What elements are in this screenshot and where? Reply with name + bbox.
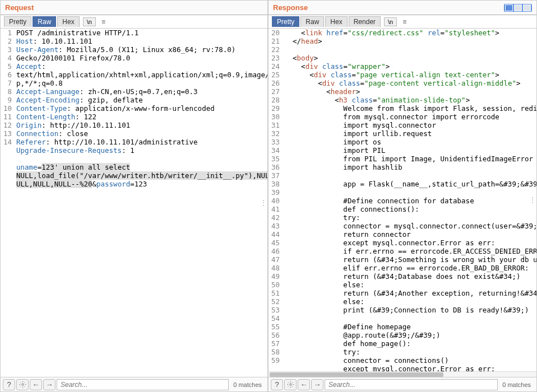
response-search-input[interactable] xyxy=(325,379,498,390)
response-header: Response xyxy=(268,1,536,15)
request-footer: ? ← → 0 matches xyxy=(1,377,267,391)
response-match-count: 0 matches xyxy=(499,381,534,388)
drag-handle-icon[interactable]: ⋮ xyxy=(260,199,266,207)
svg-point-0 xyxy=(21,384,23,385)
tab-raw[interactable]: Raw xyxy=(33,16,56,27)
request-tabs: Pretty Raw Hex \n ≡ xyxy=(1,15,267,29)
request-code[interactable]: POST /administrative HTTP/1.1Host: 10.10… xyxy=(14,29,267,377)
help-button[interactable]: ? xyxy=(3,379,15,390)
response-code[interactable]: <link href="css/redirect.css" rel="style… xyxy=(282,29,536,371)
response-footer: ? ← → 0 matches xyxy=(268,377,536,391)
response-gutter: 2021222324252627282930313233343536373839… xyxy=(268,29,282,371)
tab-pretty[interactable]: Pretty xyxy=(272,16,299,27)
tab-render[interactable]: Render xyxy=(349,16,381,27)
tab-raw[interactable]: Raw xyxy=(300,16,324,27)
hamburger-icon[interactable]: ≡ xyxy=(99,17,108,27)
hamburger-icon[interactable]: ≡ xyxy=(400,17,409,27)
drag-handle-icon[interactable]: ⋮ xyxy=(529,196,535,204)
response-title: Response xyxy=(273,3,308,12)
tab-hex[interactable]: Hex xyxy=(57,16,79,27)
request-search-input[interactable] xyxy=(57,379,229,390)
request-title: Request xyxy=(5,3,34,12)
response-pane: Response Pretty Raw Hex Render \n ≡ 2021… xyxy=(268,0,537,392)
layout-split-icon[interactable] xyxy=(505,4,513,11)
split-container: Request Pretty Raw Hex \n ≡ 123456789101… xyxy=(0,0,537,392)
scrollbar-thumb[interactable] xyxy=(270,372,443,377)
layout-toggle-group xyxy=(504,4,532,12)
help-button[interactable]: ? xyxy=(271,379,283,390)
layout-single-icon[interactable] xyxy=(523,4,531,11)
gear-icon[interactable] xyxy=(284,379,297,390)
layout-stack-icon[interactable] xyxy=(514,4,522,11)
next-match-button[interactable]: → xyxy=(43,379,55,390)
linewrap-toggle[interactable]: \n xyxy=(83,17,96,26)
request-pane: Request Pretty Raw Hex \n ≡ 123456789101… xyxy=(0,0,268,392)
request-editor[interactable]: 1234567891011121314 POST /administrative… xyxy=(1,29,267,377)
tab-hex[interactable]: Hex xyxy=(325,16,347,27)
request-header: Request xyxy=(1,1,267,15)
response-scrollbar-x[interactable] xyxy=(268,371,536,377)
prev-match-button[interactable]: ← xyxy=(30,379,42,390)
request-match-count: 0 matches xyxy=(230,381,265,388)
response-editor[interactable]: 2021222324252627282930313233343536373839… xyxy=(268,29,536,371)
tab-pretty[interactable]: Pretty xyxy=(4,16,31,27)
prev-match-button[interactable]: ← xyxy=(298,379,310,390)
linewrap-toggle[interactable]: \n xyxy=(384,17,397,26)
svg-point-1 xyxy=(289,384,291,385)
gear-icon[interactable] xyxy=(16,379,29,390)
response-tabs: Pretty Raw Hex Render \n ≡ xyxy=(268,15,536,29)
next-match-button[interactable]: → xyxy=(311,379,323,390)
request-gutter: 1234567891011121314 xyxy=(1,29,14,377)
